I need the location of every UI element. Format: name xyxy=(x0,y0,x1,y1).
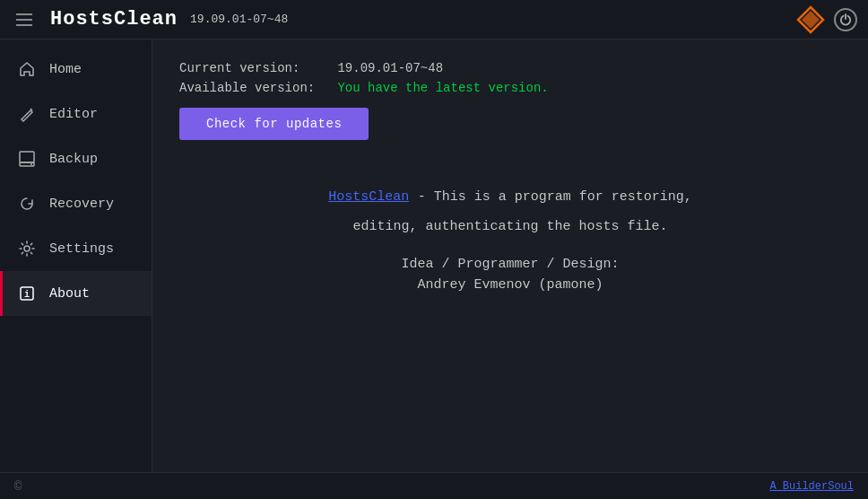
sidebar-item-recovery[interactable]: Recovery xyxy=(0,181,152,226)
titlebar: HostsClean 19.09.01-07~48 xyxy=(0,0,868,39)
svg-text:i: i xyxy=(24,290,30,300)
sidebar-item-editor[interactable]: Editor xyxy=(0,92,152,136)
check-updates-button[interactable]: Check for updates xyxy=(179,108,369,140)
logo-icon xyxy=(796,5,825,34)
about-idea-label: Idea / Programmer / Design: xyxy=(179,257,841,272)
about-desc2: editing, authenticating the hosts file. xyxy=(179,214,841,239)
svg-point-5 xyxy=(24,246,30,251)
app-title: HostsClean xyxy=(50,8,178,31)
about-content: HostsClean - This is a program for resto… xyxy=(179,185,841,293)
footer-brand[interactable]: A BuilderSoul xyxy=(769,480,854,493)
svg-rect-2 xyxy=(20,152,34,162)
about-desc1: - This is a program for restoring, xyxy=(418,189,692,205)
editor-icon xyxy=(17,104,37,124)
about-description-line1: HostsClean - This is a program for resto… xyxy=(179,185,841,209)
recovery-icon xyxy=(17,194,37,214)
sidebar-item-settings[interactable]: Settings xyxy=(0,226,152,271)
content-area: Current version: 19.09.01-07~48 Availabl… xyxy=(152,39,868,472)
sidebar-item-backup[interactable]: Backup xyxy=(0,136,152,181)
available-version-label: Available version: xyxy=(179,81,315,95)
footer-cc: © xyxy=(14,479,22,494)
sidebar-label-backup: Backup xyxy=(49,152,98,167)
titlebar-left: HostsClean 19.09.01-07~48 xyxy=(11,8,288,31)
app-link[interactable]: HostsClean xyxy=(328,189,409,205)
settings-icon xyxy=(17,239,37,258)
available-version-value: You have the latest version. xyxy=(337,81,548,95)
current-version-row: Current version: 19.09.01-07~48 xyxy=(179,61,841,75)
power-icon xyxy=(839,13,852,26)
sidebar-label-recovery: Recovery xyxy=(49,197,114,212)
update-section: Current version: 19.09.01-07~48 Availabl… xyxy=(179,61,841,140)
backup-icon xyxy=(17,149,37,169)
svg-point-4 xyxy=(30,163,32,165)
power-button[interactable] xyxy=(834,8,857,31)
footer: © A BuilderSoul xyxy=(0,472,868,499)
about-author: Andrey Evmenov (pamone) xyxy=(179,277,841,293)
sidebar-item-about[interactable]: i About xyxy=(0,271,152,316)
sidebar-label-about: About xyxy=(49,286,90,302)
main-layout: Home Editor Backup xyxy=(0,39,868,472)
current-version-label: Current version: xyxy=(179,61,299,75)
titlebar-controls xyxy=(796,5,857,34)
sidebar-label-settings: Settings xyxy=(49,241,114,257)
header-version: 19.09.01-07~48 xyxy=(190,13,288,26)
home-icon xyxy=(17,59,37,79)
about-icon: i xyxy=(17,284,37,303)
available-version-row: Available version: You have the latest v… xyxy=(179,81,841,95)
sidebar-item-home[interactable]: Home xyxy=(0,47,152,92)
hamburger-menu-icon[interactable] xyxy=(11,8,38,31)
sidebar: Home Editor Backup xyxy=(0,39,152,472)
current-version-value: 19.09.01-07~48 xyxy=(337,61,443,75)
sidebar-label-editor: Editor xyxy=(49,107,98,122)
sidebar-label-home: Home xyxy=(49,62,82,77)
